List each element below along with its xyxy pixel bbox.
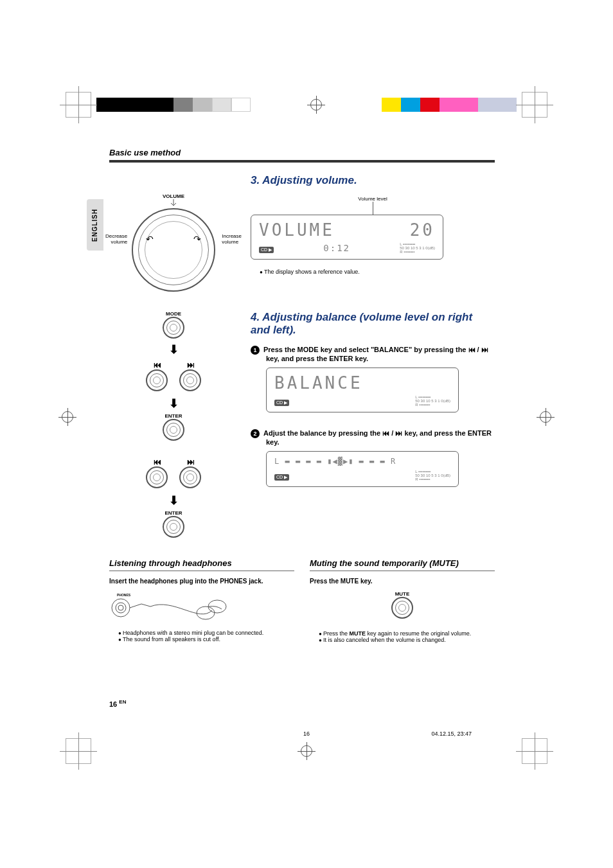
enter-button[interactable] (163, 516, 184, 538)
arrow-down-icon: ⬇ (109, 342, 238, 357)
volume-dial-caption: VOLUME (109, 193, 238, 199)
skip-next-icon: ⏭ (179, 457, 201, 466)
increase-label2: volume (222, 239, 242, 245)
arrow-down-icon: ⬇ (109, 493, 238, 508)
mute-note-1: Press the MUTE key again to resume the o… (319, 630, 495, 637)
enter-label: ENTER (109, 413, 238, 419)
note-text: The display shows a reference value. (260, 269, 495, 275)
cd-icon: CD ▶ (274, 474, 289, 481)
svg-point-1 (116, 603, 126, 613)
skip-next-button[interactable] (179, 466, 201, 488)
balance-slider-vis: L ▬ ▬ ▬ ▬ ▮◀▓▶▮ ▬ ▬ ▬ R (274, 457, 450, 466)
color-bar-top (96, 98, 517, 112)
cd-icon: CD ▶ (259, 247, 274, 253)
crop-mark (66, 738, 91, 764)
step-heading-3: 3. Adjusting volume. (251, 174, 495, 187)
print-marks-bottom (0, 736, 613, 766)
crop-mark (66, 92, 91, 118)
increase-label: Increase (222, 233, 242, 239)
lcd-display-lr: L ▬ ▬ ▬ ▬ ▮◀▓▶▮ ▬ ▬ ▬ R CD ▶ L ▪▪▪▪▪▪▪▪▪… (266, 451, 459, 487)
print-marks-top (0, 90, 613, 120)
decrease-label: Decrease (105, 233, 127, 239)
level-meter: L ▪▪▪▪▪▪▪▪▪50 30 10 5 3 1 0(dB)R ▪▪▪▪▪▪▪… (415, 470, 450, 481)
mode-button[interactable] (163, 317, 184, 339)
registration-mark (301, 745, 312, 757)
arrow-down-icon: ⬇ (109, 396, 238, 411)
skip-next-icon: ⏭ (179, 360, 201, 369)
svg-point-4 (197, 607, 215, 619)
headphones-heading: Listening through headphones (109, 558, 294, 568)
skip-prev-button[interactable] (146, 466, 168, 488)
level-meter: L ▪▪▪▪▪▪▪▪▪50 30 10 5 3 1 0(dB)R ▪▪▪▪▪▪▪… (415, 395, 450, 407)
registration-mark (310, 99, 322, 111)
skip-prev-icon: ⏮ (146, 360, 168, 369)
display-text: BALANCE (274, 373, 450, 393)
headphones-note-2: The sound from all speakers is cut off. (118, 636, 294, 642)
registration-mark-left (62, 411, 73, 423)
registration-mark-right (540, 411, 551, 423)
headphones-instruction: Insert the headphones plug into the PHON… (109, 578, 294, 585)
mute-button[interactable] (391, 597, 413, 619)
divider (109, 160, 495, 163)
mute-note-2: It is also canceled when the volume is c… (319, 637, 495, 643)
language-tab: ENGLISH (87, 199, 103, 251)
phones-jack-label: PHONES (117, 593, 131, 597)
volume-dial: ↶↷ (132, 208, 215, 292)
lcd-display-volume: VOLUME 20 CD ▶ 0:12 L ▪▪▪▪▪▪▪▪▪50 30 10 … (251, 215, 443, 260)
display-value: 20 (410, 220, 435, 240)
step-heading-4: 4. Adjusting balance (volume level on ri… (251, 311, 495, 337)
crop-mark (522, 92, 547, 118)
svg-point-2 (118, 605, 123, 610)
step-1-text: 1Press the MODE key and select "BALANCE"… (251, 346, 495, 362)
section-title: Basic use method (109, 148, 495, 157)
skip-next-button[interactable] (179, 369, 201, 391)
lcd-display-balance: BALANCE CD ▶ L ▪▪▪▪▪▪▪▪▪50 30 10 5 3 1 0… (266, 368, 459, 412)
step-2-text: 2Adjust the balance by pressing the ⏮ / … (251, 429, 495, 446)
language-tab-label: ENGLISH (92, 208, 99, 241)
volume-level-callout: Volume level (276, 196, 469, 202)
mute-instruction: Press the MUTE key. (310, 578, 495, 585)
skip-prev-icon: ⏮ (146, 457, 168, 466)
decrease-label2: volume (105, 239, 127, 245)
level-meter: L ▪▪▪▪▪▪▪▪▪50 30 10 5 3 1 0(dB)R ▪▪▪▪▪▪▪… (400, 242, 435, 254)
cd-icon: CD ▶ (274, 400, 289, 406)
enter-button[interactable] (163, 419, 184, 441)
mute-button-label: MUTE (310, 591, 495, 597)
mute-heading: Muting the sound temporarily (MUTE) (310, 558, 495, 568)
page-number-large: 16 EN (109, 699, 126, 708)
headphones-note-1: Headphones with a stereo mini plug can b… (118, 630, 294, 636)
crop-mark (522, 738, 547, 764)
skip-prev-button[interactable] (146, 369, 168, 391)
display-time: 0:12 (323, 243, 350, 253)
mode-label: MODE (109, 311, 238, 317)
enter-label: ENTER (109, 510, 238, 516)
svg-point-0 (112, 599, 130, 617)
phones-jack-diagram: PHONES (109, 591, 238, 630)
display-text: VOLUME (259, 220, 335, 240)
